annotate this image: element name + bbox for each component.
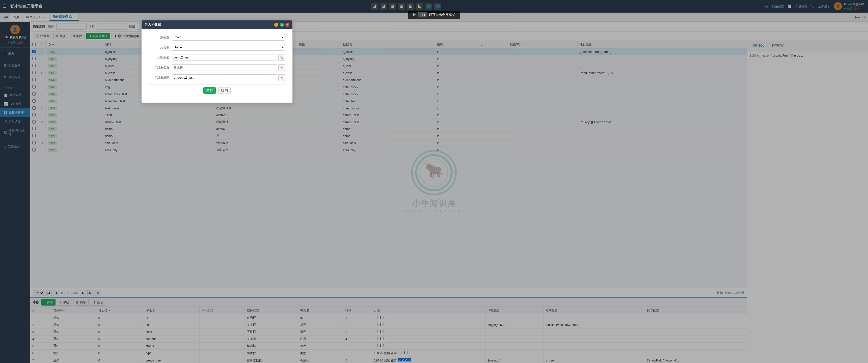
dialog-elementdata-label: 元数据表 <box>149 56 169 60</box>
dialog-elementdata-search-btn[interactable]: 🔍 <box>278 54 285 61</box>
dialog-elementcode-control: ✕ <box>172 74 285 81</box>
dialog-elementtype-control: Table View Query <box>172 44 285 51</box>
dialog-minimize-btn[interactable]: ─ <box>274 23 278 27</box>
dialog-elementcode-clear-btn[interactable]: ✕ <box>278 74 285 81</box>
dialog-body: 数据源 main test prod 元类型 Table View Query <box>142 29 292 103</box>
dialog-elementobj-control: ✕ <box>172 64 285 71</box>
dialog-title: 导入元数据 <box>145 23 161 27</box>
dialog-elementcode-label: 元对象编码 <box>149 76 169 80</box>
dialog-elementdata-control: 🔍 <box>172 54 285 61</box>
dialog-row-elementcode: 元对象编码 ✕ <box>149 74 285 81</box>
dialog-titlebar: 导入元数据 ─ □ ✕ <box>142 21 292 29</box>
import-dialog: 导入元数据 ─ □ ✕ 数据源 main test prod 元类型 <box>141 20 293 103</box>
dialog-datasource-control: main test prod <box>172 34 285 41</box>
dialog-elementdata-input[interactable] <box>172 54 277 61</box>
dialog-elementtype-label: 元类型 <box>149 45 169 50</box>
f11-hint: 按 F11 即可退出全屏模式 <box>408 10 460 19</box>
dialog-row-datasource: 数据源 main test prod <box>149 34 285 41</box>
dialog-row-elementdata: 元数据表 🔍 <box>149 54 285 61</box>
dialog-datasource-select[interactable]: main test prod <box>172 34 285 41</box>
dialog-controls: ─ □ ✕ <box>274 23 289 27</box>
dialog-datasource-label: 数据源 <box>149 35 169 40</box>
dialog-elementobj-label: 元对象名称 <box>149 66 169 70</box>
dialog-save-btn[interactable]: 保 存 <box>204 87 216 94</box>
import-dialog-overlay: 导入元数据 ─ □ ✕ 数据源 main test prod 元类型 <box>0 0 868 363</box>
dialog-elementtype-select[interactable]: Table View Query <box>172 44 285 51</box>
dialog-row-elementobj: 元对象名称 ✕ <box>149 64 285 71</box>
dialog-maximize-btn[interactable]: □ <box>280 23 284 27</box>
f11-key: F11 <box>418 12 427 18</box>
dialog-cancel-btn[interactable]: 取 消 <box>218 87 230 94</box>
dialog-row-elementtype: 元类型 Table View Query <box>149 44 285 51</box>
dialog-elementobj-input[interactable] <box>172 64 277 71</box>
dialog-close-btn[interactable]: ✕ <box>285 23 289 27</box>
dialog-footer: 保 存 取 消 <box>149 85 285 98</box>
dialog-elementobj-clear-btn[interactable]: ✕ <box>278 64 285 71</box>
dialog-elementcode-input[interactable] <box>172 74 277 81</box>
